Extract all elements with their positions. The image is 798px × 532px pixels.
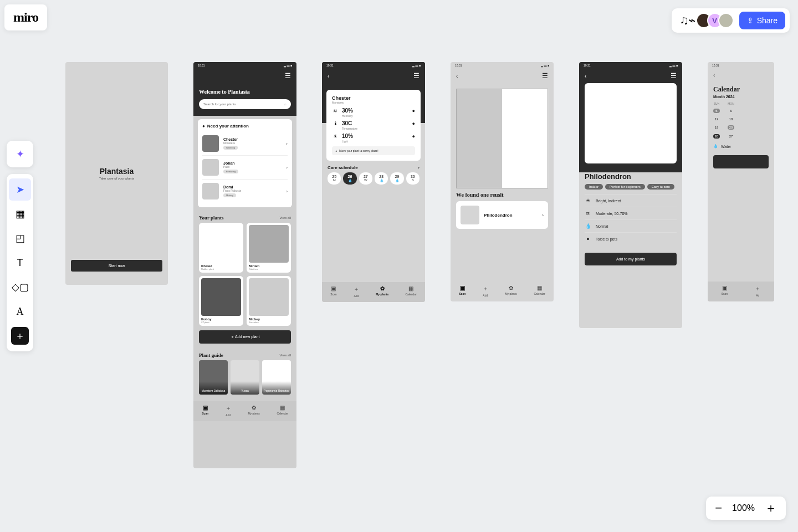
view-all-link[interactable]: View all (279, 216, 291, 219)
plant-card[interactable]: KhaledRubber plant (199, 223, 243, 273)
add-plant-button[interactable]: ＋ Add new plant (199, 330, 291, 344)
guide-card[interactable]: Monstera Deliciosa (199, 360, 228, 395)
status-bar: 10:31▂ ▬ ■ (193, 62, 296, 69)
attention-item[interactable]: DomiFicus RobustaMisting › (202, 180, 288, 203)
light-value: 10% (342, 133, 353, 139)
share-button[interactable]: ⇪ Share (739, 12, 785, 29)
day[interactable]: 20 (728, 125, 734, 130)
avatar[interactable] (718, 13, 734, 28)
light-icon: ☀ (332, 134, 339, 139)
nav-scan[interactable]: ▣Scan (330, 285, 336, 298)
guide-row: Monstera Deliciosa Yucca Peperomia Raind… (193, 360, 296, 395)
nav-scan[interactable]: ▣Scan (722, 285, 728, 297)
attention-item[interactable]: ChesterMonsteraWatering › (202, 132, 288, 156)
plant-species: Rubber plant (201, 268, 241, 270)
miro-logo[interactable]: miro (4, 4, 47, 30)
plant-card[interactable]: MiriamCalathea (247, 223, 291, 273)
task-bar[interactable] (713, 155, 769, 168)
sticky-icon: ◰ (16, 232, 25, 244)
day-pill[interactable]: 28💧 (375, 172, 388, 185)
nav-calendar[interactable]: ▦Calendar (406, 285, 417, 298)
menu-icon[interactable]: ☰ (542, 72, 548, 80)
artboard-splash[interactable]: Plantasia Take care of your plants Start… (65, 62, 168, 285)
day-pill[interactable]: 27W (359, 172, 372, 185)
miro-canvas[interactable]: Plantasia Take care of your plants Start… (65, 62, 774, 468)
day[interactable]: 19 (713, 126, 720, 129)
collaborator-avatars[interactable]: V (700, 13, 734, 28)
nav-scan[interactable]: ▣Scan (202, 405, 208, 417)
plant-species: Monstera (223, 141, 238, 145)
nav-add[interactable]: ＋Add (483, 285, 488, 297)
day-pill[interactable]: 26💧 (343, 172, 356, 185)
calendar-icon: ▦ (280, 405, 285, 411)
artboard-calendar[interactable]: 10:31 ‹ Calendar Month 2024 SUNMON 56 12… (708, 62, 774, 301)
calendar-title: Calendar (708, 81, 774, 95)
artboard-plant-detail[interactable]: 10:31▂ ▬ ■ ‹☰ Philodendron Indoor Perfec… (579, 62, 682, 328)
day[interactable]: 27 (728, 135, 734, 138)
guide-card[interactable]: Peperomia Raindrop (262, 360, 291, 395)
back-icon[interactable]: ‹ (456, 73, 458, 79)
shapes-icon: ◇▢ (12, 281, 29, 293)
day-pill[interactable]: 29💧 (390, 172, 403, 185)
zoom-out-button[interactable]: − (715, 502, 722, 514)
nav-add[interactable]: ＋Add (226, 405, 231, 417)
add-to-plants-button[interactable]: Add to my plants (585, 253, 677, 265)
attention-item[interactable]: JohanPalmFertilizing › (202, 156, 288, 180)
artboard-home[interactable]: 10:31▂ ▬ ■ ☰ Welcome to Plantasia Search… (193, 62, 296, 468)
zoom-level-label[interactable]: 100% (732, 503, 755, 513)
collab-integrations-icon[interactable]: ♫⌁ (679, 13, 695, 28)
temperature-value: 30C (342, 120, 352, 126)
day[interactable]: 13 (728, 117, 734, 121)
menu-icon[interactable]: ☰ (671, 72, 677, 80)
plant-card[interactable]: BobbyZZ plant (199, 276, 243, 326)
day-pill[interactable]: 30S (406, 172, 420, 185)
back-icon[interactable]: ‹ (585, 73, 586, 79)
plant-card[interactable]: MickeySucculent (247, 276, 291, 326)
attention-section: ●Need your attention ChesterMonsteraWate… (198, 119, 292, 207)
artboard-plant-metrics[interactable]: 10:31▂ ▬ ■ ‹☰ Chester Monstera ≋30%● Hum… (322, 62, 425, 302)
plant-image (249, 225, 289, 263)
task-text: Water (721, 145, 731, 149)
search-input[interactable]: Search for your plants ⌕ (199, 99, 291, 109)
chevron-right-icon: › (286, 141, 288, 146)
back-icon[interactable]: ‹ (713, 72, 715, 78)
menu-icon[interactable]: ☰ (413, 72, 420, 80)
add-more-tool[interactable]: ＋ (11, 327, 29, 345)
menu-icon[interactable]: ☰ (285, 72, 291, 80)
nav-plants[interactable]: ✿My plants (505, 285, 516, 297)
info-row: 💧Normal (585, 219, 677, 232)
care-schedule-header[interactable]: Care schedule› (322, 161, 425, 172)
start-now-button[interactable]: Start now (71, 260, 162, 272)
cursor-icon: ➤ (16, 183, 24, 196)
drop-icon: 💧 (343, 178, 356, 182)
nav-add[interactable]: ＋Ad (755, 285, 760, 297)
plant-name: Chester (223, 137, 238, 141)
day-pill[interactable]: 25M (328, 172, 341, 185)
nav-add[interactable]: ＋Add (354, 285, 359, 298)
shapes-tool[interactable]: ◇▢ (9, 276, 31, 298)
guide-card[interactable]: Yucca (231, 360, 259, 395)
day[interactable]: 6 (728, 109, 734, 112)
nav-calendar[interactable]: ▦Calendar (277, 405, 288, 417)
nav-calendar[interactable]: ▦Calendar (534, 285, 545, 297)
text-tool[interactable]: T (9, 252, 31, 274)
status-badge: Watering (223, 146, 238, 150)
sticky-note-tool[interactable]: ◰ (9, 227, 31, 249)
day[interactable]: 5 (713, 109, 720, 113)
plant-detail: Philodendron Indoor Perfect for beginner… (579, 172, 682, 245)
cursor-tool[interactable]: ➤ (9, 178, 31, 201)
result-card[interactable]: Philodendron › (456, 201, 548, 229)
nav-scan[interactable]: ▣Scan (459, 285, 466, 297)
zoom-in-button[interactable]: ＋ (765, 502, 777, 514)
pen-tool[interactable]: A (9, 300, 31, 323)
sparkle-icon: ✦ (16, 148, 24, 160)
templates-tool[interactable]: ▦ (9, 203, 31, 225)
view-all-link[interactable]: View all (279, 354, 291, 357)
artboard-scan-result[interactable]: 10:31▂ ▬ ■ ‹☰ We found one reuslt Philod… (451, 62, 554, 301)
ai-tool-button[interactable]: ✦ (7, 141, 33, 167)
nav-plants[interactable]: ✿My plants (248, 405, 259, 417)
back-icon[interactable]: ‹ (328, 73, 329, 79)
day[interactable]: 12 (713, 117, 720, 121)
nav-plants[interactable]: ✿My plants (376, 285, 388, 298)
day[interactable]: 26 (713, 134, 720, 139)
